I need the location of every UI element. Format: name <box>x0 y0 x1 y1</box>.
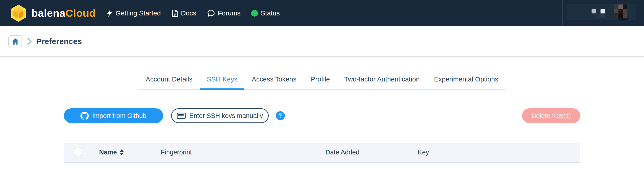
nav-label: Getting Started <box>116 9 161 17</box>
forums-icon <box>207 9 215 17</box>
tab-access-tokens[interactable]: Access Tokens <box>244 75 304 89</box>
brand-name: balenaCloud <box>31 7 96 19</box>
help-icon[interactable]: ? <box>276 111 285 120</box>
import-from-github-button[interactable]: Import from Github <box>64 108 163 123</box>
nav-label: Status <box>260 9 280 17</box>
column-header-key: Key <box>418 149 580 156</box>
top-navbar: balenaCloud Getting Started Docs Forums <box>0 0 644 26</box>
docs-icon <box>172 9 178 17</box>
redacted-username <box>600 9 605 13</box>
column-name-label: Name <box>99 149 117 156</box>
nav-label: Forums <box>218 9 241 17</box>
enter-ssh-keys-manually-button[interactable]: Enter SSH keys manually <box>171 108 269 123</box>
keyboard-icon <box>177 112 186 119</box>
enter-ssh-keys-manually-label: Enter SSH keys manually <box>189 112 263 120</box>
tab-account-details[interactable]: Account Details <box>138 75 200 89</box>
delete-keys-label: Delete Key(s) <box>532 112 571 120</box>
tab-two-factor-authentication[interactable]: Two-factor Authentication <box>337 75 427 89</box>
nav-getting-started[interactable]: Getting Started <box>106 9 161 17</box>
tab-ssh-keys[interactable]: SSH Keys <box>200 75 245 89</box>
column-header-date-added: Date Added <box>326 149 418 156</box>
redacted-username <box>592 9 596 13</box>
lightning-icon <box>106 10 113 17</box>
redacted-username <box>596 13 600 18</box>
breadcrumb: Preferences <box>0 26 644 57</box>
select-all-cell <box>74 148 82 157</box>
user-menu-button[interactable] <box>567 4 636 20</box>
navbar-links: Getting Started Docs Forums Status <box>106 9 280 17</box>
ssh-keys-toolbar: Import from Github Enter SSH keys manual… <box>64 108 580 123</box>
column-header-fingerprint: Fingerprint <box>161 149 326 156</box>
page-title: Preferences <box>36 37 82 46</box>
tabs-wrap: Account Details SSH Keys Access Tokens P… <box>64 75 580 90</box>
avatar-caret <box>618 18 629 20</box>
home-button[interactable] <box>8 35 22 47</box>
tab-experimental-options[interactable]: Experimental Options <box>427 75 506 89</box>
ssh-keys-table-header: Name Fingerprint Date Added Key <box>64 143 580 163</box>
delete-keys-button[interactable]: Delete Key(s) <box>522 108 580 123</box>
select-all-checkbox[interactable] <box>74 148 82 156</box>
column-header-name[interactable]: Name <box>99 149 161 156</box>
brand-logo[interactable]: balenaCloud <box>10 4 96 22</box>
nav-status[interactable]: Status <box>251 9 280 17</box>
balena-cube-icon <box>10 4 27 22</box>
preferences-tabs: Account Details SSH Keys Access Tokens P… <box>138 75 505 90</box>
nav-forums[interactable]: Forums <box>207 9 241 17</box>
sort-icon <box>120 149 124 155</box>
redacted-username <box>600 13 605 18</box>
nav-docs[interactable]: Docs <box>172 9 196 17</box>
navbar-divider <box>562 0 563 26</box>
avatar <box>614 4 628 18</box>
github-icon <box>80 112 89 120</box>
home-icon <box>12 38 19 45</box>
import-from-github-label: Import from Github <box>92 112 146 120</box>
chevron-right-icon <box>27 38 32 45</box>
nav-label: Docs <box>181 9 196 17</box>
preferences-content: Account Details SSH Keys Access Tokens P… <box>64 75 580 163</box>
status-dot-icon <box>251 10 258 16</box>
tab-profile[interactable]: Profile <box>304 75 337 89</box>
